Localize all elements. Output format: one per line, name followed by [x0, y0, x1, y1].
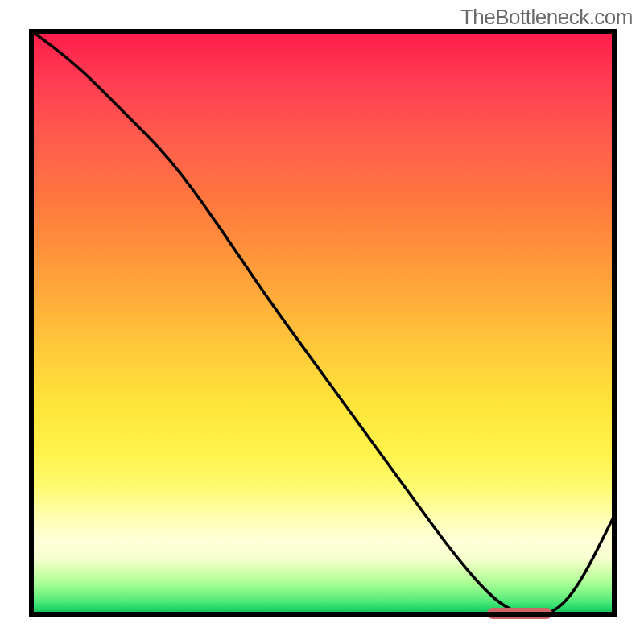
bottleneck-curve-line — [29, 29, 617, 615]
optimal-range-marker — [487, 608, 551, 619]
watermark-text: TheBottleneck.com — [460, 5, 633, 30]
chart-curve-svg — [29, 29, 617, 617]
